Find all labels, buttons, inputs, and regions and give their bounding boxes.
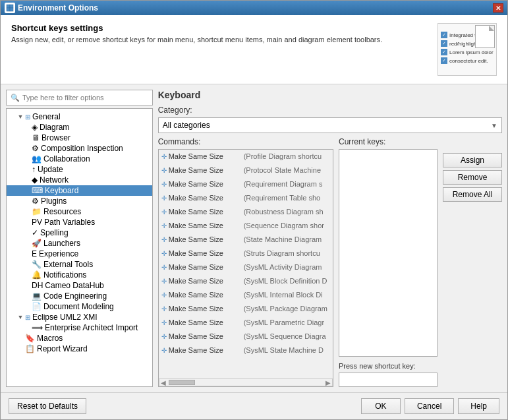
- command-name: Make Same Size: [169, 194, 241, 202]
- tree-item-path-vars[interactable]: PVPath Variables: [7, 217, 152, 227]
- network-icon: ◆: [32, 175, 38, 185]
- keyboard-label: Keyboard: [45, 186, 78, 195]
- command-row[interactable]: ✛Make Same Size(Protocol State Machine: [159, 164, 333, 177]
- tree-item-code-eng[interactable]: 💻Code Engineering: [7, 291, 152, 301]
- code-eng-icon: 💻: [32, 291, 42, 301]
- command-row[interactable]: ✛Make Same Size(Struts Diagram shortcu: [159, 247, 333, 260]
- command-shortcut: (SysML Sequence Diagra: [241, 331, 329, 342]
- commands-scroll[interactable]: ✛Make Same Size(Profile Diagram shortcu✛…: [159, 150, 333, 378]
- command-row[interactable]: ✛Make Same Size(SysML Internal Block Di: [159, 288, 333, 302]
- command-shortcut: (Protocol State Machine: [241, 165, 324, 175]
- tree-item-ext-tools[interactable]: 🔧External Tools: [7, 259, 152, 270]
- command-shortcut: (Sequence Diagram shor: [241, 220, 327, 231]
- network-label: Network: [40, 175, 69, 185]
- experience-icon: E: [32, 249, 37, 258]
- hscroll-thumb[interactable]: [169, 380, 195, 385]
- update-icon: ↑: [32, 165, 36, 174]
- command-row[interactable]: ✛Make Same Size(SysML Block Definition D: [159, 274, 333, 288]
- header-section: Shortcut keys settings Assign new, edit,…: [1, 15, 507, 84]
- command-row[interactable]: ✛Make Same Size(SysML Sequence Diagra: [159, 330, 333, 344]
- command-row[interactable]: ✛Make Same Size(SysML Package Diagram: [159, 302, 333, 316]
- plugins-label: Plugins: [41, 196, 67, 206]
- macros-label: Macros: [37, 334, 63, 343]
- tree-item-browser[interactable]: 🖥Browser: [7, 133, 152, 143]
- tree-item-experience[interactable]: EExperience: [7, 249, 152, 259]
- general-label: General: [32, 112, 61, 121]
- command-row[interactable]: ✛Make Same Size(State Machine Diagram: [159, 233, 333, 247]
- cancel-button[interactable]: Cancel: [405, 398, 454, 414]
- search-input[interactable]: [22, 94, 148, 102]
- tree-item-ea-import[interactable]: ⟹Enterprise Architect Import: [7, 322, 152, 333]
- tree-item-keyboard[interactable]: ⌨Keyboard: [7, 185, 152, 196]
- category-dropdown[interactable]: All categories ▼: [158, 117, 502, 133]
- reset-defaults-button[interactable]: Reset to Defaults: [9, 398, 86, 414]
- tree-item-macros[interactable]: 🔖Macros: [7, 333, 152, 344]
- command-name: Make Same Size: [169, 263, 241, 271]
- command-row[interactable]: ✛Make Same Size(Requirement Diagram s: [159, 177, 333, 191]
- remove-button[interactable]: Remove: [443, 170, 502, 185]
- eclipse-label: Eclipse UML2 XMI: [32, 313, 98, 322]
- checkbox-4: ✓: [441, 57, 447, 64]
- press-key-input[interactable]: [339, 373, 437, 387]
- checkbox-2: ✓: [441, 40, 447, 47]
- search-box[interactable]: 🔍: [6, 90, 153, 105]
- command-icon: ✛: [161, 333, 167, 340]
- tree-item-notifications[interactable]: 🔔Notifications: [7, 270, 152, 280]
- tree-item-plugins[interactable]: ⚙Plugins: [7, 196, 152, 206]
- browser-icon: 🖥: [32, 133, 40, 142]
- options-tree[interactable]: ▼⊞General◈Diagram🖥Browser⚙Composition In…: [6, 108, 153, 387]
- tree-item-spelling[interactable]: ✓Spelling: [7, 227, 152, 238]
- tree-item-general[interactable]: ▼⊞General: [7, 111, 152, 122]
- ok-button[interactable]: OK: [361, 398, 401, 414]
- tree-item-report-wizard[interactable]: 📋Report Wizard: [7, 344, 152, 354]
- category-value: All categories: [163, 121, 491, 130]
- image-line-4: ✓ consectetur edit.: [441, 57, 494, 64]
- tree-item-doc-model[interactable]: 📄Document Modeling: [7, 301, 152, 312]
- doc-model-label: Document Modeling: [43, 302, 114, 311]
- ext-tools-icon: 🔧: [32, 260, 42, 269]
- tree-item-diagram[interactable]: ◈Diagram: [7, 122, 152, 133]
- command-icon: ✛: [161, 181, 167, 188]
- right-panel: Keyboard Category: All categories ▼ Comm…: [158, 90, 502, 387]
- experience-label: Experience: [39, 249, 78, 258]
- svg-rect-2: [7, 8, 10, 11]
- command-shortcut: (SysML Package Diagram: [241, 303, 330, 314]
- main-content: 🔍 ▼⊞General◈Diagram🖥Browser⚙Composition …: [1, 84, 507, 392]
- tree-item-launchers[interactable]: 🚀Launchers: [7, 238, 152, 249]
- tree-item-cameo[interactable]: DHCameo DataHub: [7, 280, 152, 291]
- help-button[interactable]: Help: [458, 398, 499, 414]
- command-row[interactable]: ✛Make Same Size(Requirement Table sho: [159, 191, 333, 205]
- command-name: Make Same Size: [169, 166, 241, 174]
- update-label: Update: [38, 165, 63, 174]
- command-row[interactable]: ✛Make Same Size(SysML Activity Diagram: [159, 260, 333, 274]
- command-row[interactable]: ✛Make Same Size(Sequence Diagram shor: [159, 219, 333, 233]
- assign-button[interactable]: Assign: [443, 153, 502, 167]
- tree-item-resources[interactable]: 📁Resources: [7, 206, 152, 217]
- tree-item-network[interactable]: ◆Network: [7, 175, 152, 185]
- macros-icon: 🔖: [25, 334, 35, 343]
- close-button[interactable]: ✕: [493, 3, 503, 13]
- command-row[interactable]: ✛Make Same Size(SysML Parametric Diagr: [159, 316, 333, 330]
- ea-import-icon: ⟹: [32, 323, 43, 332]
- command-shortcut: (Requirement Table sho: [241, 193, 324, 203]
- commands-area: Commands: ✛Make Same Size(Profile Diagra…: [158, 137, 502, 387]
- resources-icon: 📁: [32, 207, 42, 216]
- tree-item-update[interactable]: ↑Update: [7, 164, 152, 175]
- command-row[interactable]: ✛Make Same Size(Robustness Diagram sh: [159, 205, 333, 219]
- diagram-icon: ◈: [32, 123, 38, 132]
- tree-item-collaboration[interactable]: 👥Collaboration: [7, 154, 152, 164]
- command-name: Make Same Size: [169, 180, 241, 188]
- title-bar: Environment Options ✕: [1, 1, 507, 15]
- spelling-icon: ✓: [32, 228, 38, 237]
- command-row[interactable]: ✛Make Same Size(SysML State Machine D: [159, 344, 333, 357]
- tree-item-eclipse[interactable]: ▼⊞Eclipse UML2 XMI: [7, 312, 152, 322]
- command-row[interactable]: ✛Make Same Size(Profile Diagram shortcu: [159, 150, 333, 164]
- remove-all-button[interactable]: Remove All: [443, 187, 502, 202]
- tree-item-composition[interactable]: ⚙Composition Inspection: [7, 143, 152, 154]
- code-eng-label: Code Engineering: [43, 291, 107, 301]
- commands-hscroll[interactable]: ◀ ▶: [159, 378, 333, 386]
- command-icon: ✛: [161, 222, 167, 229]
- command-name: Make Same Size: [169, 346, 241, 354]
- action-buttons: Assign Remove Remove All: [443, 137, 502, 387]
- command-shortcut: (SysML Block Definition D: [241, 276, 330, 286]
